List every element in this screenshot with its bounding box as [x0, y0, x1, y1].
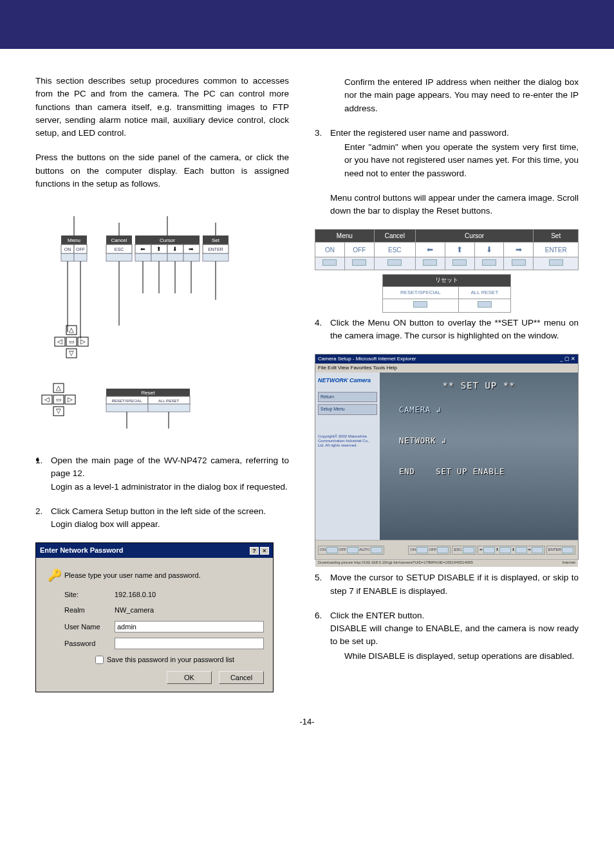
step-5: Move the cursor to SETUP DISABLE if it i…	[330, 571, 579, 598]
cell-off[interactable]: OFF	[344, 243, 374, 257]
svg-text:RESET/SPECIAL: RESET/SPECIAL	[111, 399, 142, 403]
step-6: Click the ENTER button.	[330, 611, 424, 620]
svg-rect-27	[151, 254, 167, 261]
reset-control-bar: リセット RESET/SPECIAL ALL RESET	[382, 274, 511, 313]
cancel-button[interactable]: Cancel	[219, 671, 264, 684]
browser-menubar: File Edit View Favorites Tools Help	[315, 364, 578, 373]
cell-enter[interactable]: ENTER	[534, 243, 579, 257]
ctrl-set[interactable]: ENTER	[546, 546, 575, 555]
close-icon[interactable]: ×	[260, 547, 269, 555]
svg-text:OFF: OFF	[76, 247, 85, 252]
window-title: Camera Setup - Microsoft Internet Explor…	[318, 355, 416, 363]
left-column: This section describes setup procedures …	[35, 75, 289, 697]
page-number: -14-	[0, 717, 614, 726]
step-3: Enter the registered user name and passw…	[330, 128, 509, 138]
ctrl-menu[interactable]: ONOFF	[408, 546, 451, 555]
return-button[interactable]: Return	[318, 392, 377, 403]
svg-text:▷: ▷	[68, 396, 73, 403]
intro-text: This section describes setup procedures …	[35, 75, 289, 140]
key-icon: 🔑	[45, 567, 64, 584]
svg-rect-26	[135, 254, 151, 261]
arrow-left-icon[interactable]: ⬅	[415, 243, 445, 257]
hdr-menu: Menu	[315, 230, 375, 243]
step-num-2: 2.	[35, 505, 51, 531]
right-column: Confirm the entered IP address when neit…	[315, 75, 579, 697]
svg-text:⬆: ⬆	[156, 246, 162, 252]
reset-header: リセット	[383, 275, 511, 287]
password-input[interactable]	[115, 638, 264, 649]
all-reset[interactable]: ALL RESET	[458, 286, 510, 299]
cell-on[interactable]: ON	[315, 243, 345, 257]
svg-text:▷: ▷	[80, 338, 86, 345]
svg-rect-30	[203, 254, 228, 261]
status-right: Internet	[563, 560, 575, 567]
press-text: Press the buttons on the side panel of t…	[35, 151, 289, 190]
status-left: Downloading picture http://192.168.0.10/…	[318, 560, 473, 567]
step-3-note: Enter "admin" when you operate the syste…	[330, 141, 579, 180]
step-num-4: 4.	[315, 317, 330, 343]
osd-setup-enable: SET UP ENABLE	[436, 467, 505, 476]
copyright-text: Copyright© 2002 Matsushita Communication…	[318, 434, 377, 448]
window-controls: _ ▢ ✕	[560, 355, 575, 363]
arrow-right-icon[interactable]: ➡	[504, 243, 534, 257]
ctrl-cursor[interactable]: ⬅⬆⬇➡	[478, 546, 545, 555]
side-panel-diagram: Menu Cancel Cursor Set ON OFF ESC ⬅ ⬆ ⬇ …	[35, 203, 241, 371]
hdr-cursor: Cursor	[415, 230, 534, 243]
dialog-title: Enter Network Password	[40, 545, 124, 556]
svg-text:△: △	[56, 384, 61, 391]
osd-end: END	[399, 467, 415, 476]
svg-text:ESC: ESC	[115, 247, 124, 252]
username-label: User Name	[64, 622, 115, 633]
ctrl-cancel[interactable]: ESC	[452, 546, 476, 555]
save-password-checkbox[interactable]	[95, 656, 104, 664]
step-2-note: Login dialog box will appear.	[51, 519, 160, 529]
logo-text: NETWORK Camera	[318, 376, 377, 385]
svg-text:⬅: ⬅	[140, 246, 145, 252]
step-6a: DISABLE will change to ENABLE, and the c…	[330, 623, 579, 646]
svg-rect-71	[106, 404, 148, 412]
svg-rect-28	[167, 254, 183, 261]
step-num-5: 5.	[315, 571, 330, 598]
svg-text:ON: ON	[64, 247, 71, 252]
browser-screenshot: Camera Setup - Microsoft Internet Explor…	[315, 354, 579, 560]
setup-menu-button[interactable]: Setup Menu	[318, 404, 377, 415]
ok-button[interactable]: OK	[167, 671, 212, 684]
svg-text:Cancel: Cancel	[111, 237, 127, 243]
realm-label: Realm	[64, 605, 115, 616]
svg-text:ALL RESET: ALL RESET	[158, 399, 179, 403]
cell-esc[interactable]: ESC	[374, 243, 415, 257]
realm-value: NW_camera	[115, 605, 264, 616]
svg-text:➡: ➡	[189, 246, 194, 252]
osd-camera: CAMERA ↲	[399, 404, 572, 416]
daynight-group: ON OFF AUTO	[318, 546, 384, 555]
reset-special[interactable]: RESET/SPECIAL	[383, 286, 459, 299]
svg-text:▭: ▭	[69, 338, 75, 345]
arrow-down-icon[interactable]: ⬇	[474, 243, 504, 257]
svg-text:ENTER: ENTER	[208, 247, 223, 252]
site-value: 192.168.0.10	[115, 589, 264, 600]
svg-rect-25	[106, 254, 132, 261]
menu-control-bar: Menu Cancel Cursor Set ON OFF ESC ⬅ ⬆ ⬇ …	[315, 229, 579, 270]
username-input[interactable]	[115, 621, 264, 633]
svg-text:△: △	[69, 326, 74, 333]
header-bar	[0, 0, 614, 49]
help-icon[interactable]: ?	[250, 547, 259, 555]
arrow-up-icon[interactable]: ⬆	[445, 243, 474, 257]
hdr-menu: Menu	[68, 237, 80, 243]
note-confirm-ip: Confirm the entered IP address when neit…	[315, 76, 579, 115]
step-1-note: Login as a level-1 administrator in the …	[51, 482, 288, 492]
svg-rect-23	[61, 254, 74, 261]
step-num-6: 6.	[315, 609, 330, 663]
svg-text:▽: ▽	[69, 349, 74, 356]
reset-diagram: ◁ △ ▭ ▷ ▽ Reset RESET/SPECIAL ALL RESET	[35, 377, 196, 448]
svg-text:⬇: ⬇	[172, 246, 178, 252]
hdr-cancel: Cancel	[374, 230, 415, 243]
step-num-3: 3.	[315, 127, 330, 180]
svg-rect-24	[74, 254, 87, 261]
svg-text:Set: Set	[212, 237, 220, 243]
osd-title: ** SET UP **	[386, 379, 572, 392]
svg-rect-29	[183, 254, 200, 261]
step-6-note: While DISABLE is displayed, setup operat…	[330, 650, 579, 663]
hdr-set: Set	[534, 230, 579, 243]
login-dialog: Enter Network Password ? × 🔑 Please type…	[35, 542, 274, 692]
